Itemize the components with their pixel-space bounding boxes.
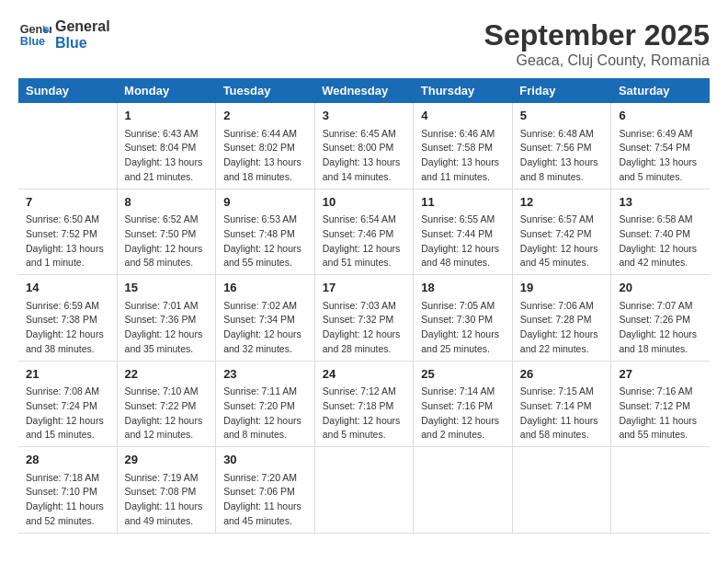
calendar-cell: 6Sunrise: 6:49 AM Sunset: 7:54 PM Daylig…	[611, 103, 710, 189]
cell-info: Sunrise: 6:43 AM Sunset: 8:04 PM Dayligh…	[125, 127, 209, 185]
cell-info: Sunrise: 6:50 AM Sunset: 7:52 PM Dayligh…	[26, 213, 109, 270]
cell-info: Sunrise: 7:15 AM Sunset: 7:14 PM Dayligh…	[520, 385, 604, 442]
logo-blue: Blue	[55, 35, 110, 52]
cell-date: 15	[125, 279, 209, 297]
svg-text:Blue: Blue	[20, 35, 45, 48]
calendar-cell	[314, 447, 414, 534]
cell-date: 10	[323, 193, 406, 212]
cell-info: Sunrise: 7:06 AM Sunset: 7:28 PM Dayligh…	[520, 299, 604, 357]
calendar-cell: 19Sunrise: 7:06 AM Sunset: 7:28 PM Dayli…	[512, 275, 611, 362]
cell-date: 14	[26, 279, 109, 297]
cell-date: 2	[223, 107, 307, 125]
header-day: Monday	[117, 78, 216, 103]
cell-date: 18	[421, 279, 505, 297]
cell-info: Sunrise: 7:14 AM Sunset: 7:16 PM Dayligh…	[421, 385, 505, 442]
cell-date: 8	[125, 193, 209, 212]
cell-info: Sunrise: 7:01 AM Sunset: 7:36 PM Dayligh…	[125, 299, 209, 357]
cell-date: 27	[619, 365, 702, 384]
calendar-cell: 25Sunrise: 7:14 AM Sunset: 7:16 PM Dayli…	[414, 361, 513, 447]
calendar-body: 1Sunrise: 6:43 AM Sunset: 8:04 PM Daylig…	[18, 103, 710, 533]
logo-icon: General Blue	[18, 18, 51, 52]
cell-date: 20	[619, 279, 702, 297]
cell-date: 17	[323, 279, 406, 297]
cell-date: 25	[421, 365, 505, 384]
cell-date: 9	[223, 193, 307, 212]
calendar-cell: 23Sunrise: 7:11 AM Sunset: 7:20 PM Dayli…	[216, 361, 315, 447]
cell-info: Sunrise: 7:18 AM Sunset: 7:10 PM Dayligh…	[26, 471, 109, 529]
calendar-cell: 18Sunrise: 7:05 AM Sunset: 7:30 PM Dayli…	[414, 275, 513, 362]
calendar-cell: 2Sunrise: 6:44 AM Sunset: 8:02 PM Daylig…	[216, 103, 315, 189]
cell-info: Sunrise: 7:05 AM Sunset: 7:30 PM Dayligh…	[421, 299, 505, 357]
calendar-cell: 13Sunrise: 6:58 AM Sunset: 7:40 PM Dayli…	[611, 189, 710, 275]
cell-date: 7	[26, 193, 109, 212]
calendar-cell: 29Sunrise: 7:19 AM Sunset: 7:08 PM Dayli…	[117, 447, 216, 534]
cell-date: 13	[619, 193, 702, 212]
calendar-cell: 3Sunrise: 6:45 AM Sunset: 8:00 PM Daylig…	[314, 103, 414, 189]
cell-date: 24	[323, 365, 406, 384]
cell-info: Sunrise: 7:07 AM Sunset: 7:26 PM Dayligh…	[619, 299, 702, 357]
calendar-cell: 28Sunrise: 7:18 AM Sunset: 7:10 PM Dayli…	[18, 447, 117, 534]
cell-info: Sunrise: 6:55 AM Sunset: 7:44 PM Dayligh…	[421, 213, 505, 270]
cell-info: Sunrise: 7:16 AM Sunset: 7:12 PM Dayligh…	[619, 385, 702, 442]
cell-date: 22	[125, 365, 209, 384]
cell-date: 6	[619, 107, 702, 125]
cell-info: Sunrise: 6:54 AM Sunset: 7:46 PM Dayligh…	[323, 213, 406, 270]
cell-info: Sunrise: 7:19 AM Sunset: 7:08 PM Dayligh…	[125, 471, 209, 529]
calendar-cell: 15Sunrise: 7:01 AM Sunset: 7:36 PM Dayli…	[117, 275, 216, 362]
cell-date: 30	[223, 451, 307, 469]
header-day: Wednesday	[314, 78, 414, 103]
cell-info: Sunrise: 7:20 AM Sunset: 7:06 PM Dayligh…	[223, 471, 307, 529]
calendar-cell: 11Sunrise: 6:55 AM Sunset: 7:44 PM Dayli…	[414, 189, 513, 275]
cell-info: Sunrise: 6:52 AM Sunset: 7:50 PM Dayligh…	[125, 213, 209, 270]
week-row: 21Sunrise: 7:08 AM Sunset: 7:24 PM Dayli…	[18, 361, 710, 447]
cell-info: Sunrise: 7:11 AM Sunset: 7:20 PM Dayligh…	[223, 385, 307, 442]
header-day: Thursday	[414, 78, 513, 103]
calendar-cell: 26Sunrise: 7:15 AM Sunset: 7:14 PM Dayli…	[512, 361, 611, 447]
week-row: 1Sunrise: 6:43 AM Sunset: 8:04 PM Daylig…	[18, 103, 710, 189]
cell-info: Sunrise: 6:44 AM Sunset: 8:02 PM Dayligh…	[223, 127, 307, 185]
cell-info: Sunrise: 7:10 AM Sunset: 7:22 PM Dayligh…	[125, 385, 209, 442]
cell-info: Sunrise: 6:57 AM Sunset: 7:42 PM Dayligh…	[520, 213, 604, 270]
calendar-cell: 22Sunrise: 7:10 AM Sunset: 7:22 PM Dayli…	[117, 361, 216, 447]
calendar-cell: 5Sunrise: 6:48 AM Sunset: 7:56 PM Daylig…	[512, 103, 611, 189]
calendar-cell: 16Sunrise: 7:02 AM Sunset: 7:34 PM Dayli…	[216, 275, 315, 362]
cell-info: Sunrise: 6:48 AM Sunset: 7:56 PM Dayligh…	[520, 127, 604, 185]
cell-date: 12	[520, 193, 604, 212]
page-subtitle: Geaca, Cluj County, Romania	[484, 52, 710, 69]
calendar-cell	[611, 447, 710, 534]
header-day: Sunday	[18, 78, 117, 103]
calendar-cell: 1Sunrise: 6:43 AM Sunset: 8:04 PM Daylig…	[117, 103, 216, 189]
page-header: General Blue General Blue September 2025…	[18, 18, 710, 69]
cell-info: Sunrise: 7:08 AM Sunset: 7:24 PM Dayligh…	[26, 385, 109, 442]
calendar-cell: 30Sunrise: 7:20 AM Sunset: 7:06 PM Dayli…	[216, 447, 315, 534]
header-day: Friday	[512, 78, 611, 103]
cell-date: 16	[223, 279, 307, 297]
cell-date: 3	[323, 107, 406, 125]
calendar-cell: 7Sunrise: 6:50 AM Sunset: 7:52 PM Daylig…	[18, 189, 117, 275]
header-row: SundayMondayTuesdayWednesdayThursdayFrid…	[18, 78, 710, 103]
calendar-table: SundayMondayTuesdayWednesdayThursdayFrid…	[18, 78, 710, 534]
week-row: 14Sunrise: 6:59 AM Sunset: 7:38 PM Dayli…	[18, 275, 710, 362]
logo-general: General	[55, 18, 110, 35]
header-day: Tuesday	[216, 78, 315, 103]
cell-info: Sunrise: 6:58 AM Sunset: 7:40 PM Dayligh…	[619, 213, 702, 270]
page-title: September 2025	[484, 18, 710, 52]
cell-info: Sunrise: 6:49 AM Sunset: 7:54 PM Dayligh…	[619, 127, 702, 185]
cell-date: 5	[520, 107, 604, 125]
calendar-cell: 24Sunrise: 7:12 AM Sunset: 7:18 PM Dayli…	[314, 361, 414, 447]
title-block: September 2025 Geaca, Cluj County, Roman…	[484, 18, 710, 69]
cell-info: Sunrise: 6:46 AM Sunset: 7:58 PM Dayligh…	[421, 127, 505, 185]
cell-date: 23	[223, 365, 307, 384]
cell-date: 1	[125, 107, 209, 125]
calendar-cell: 8Sunrise: 6:52 AM Sunset: 7:50 PM Daylig…	[117, 189, 216, 275]
cell-info: Sunrise: 7:12 AM Sunset: 7:18 PM Dayligh…	[323, 385, 406, 442]
cell-date: 28	[26, 451, 109, 469]
cell-date: 29	[125, 451, 209, 469]
cell-date: 26	[520, 365, 604, 384]
calendar-cell	[18, 103, 117, 189]
logo: General Blue General Blue	[18, 18, 110, 52]
week-row: 7Sunrise: 6:50 AM Sunset: 7:52 PM Daylig…	[18, 189, 710, 275]
calendar-cell: 27Sunrise: 7:16 AM Sunset: 7:12 PM Dayli…	[611, 361, 710, 447]
cell-date: 19	[520, 279, 604, 297]
cell-date: 21	[26, 365, 109, 384]
